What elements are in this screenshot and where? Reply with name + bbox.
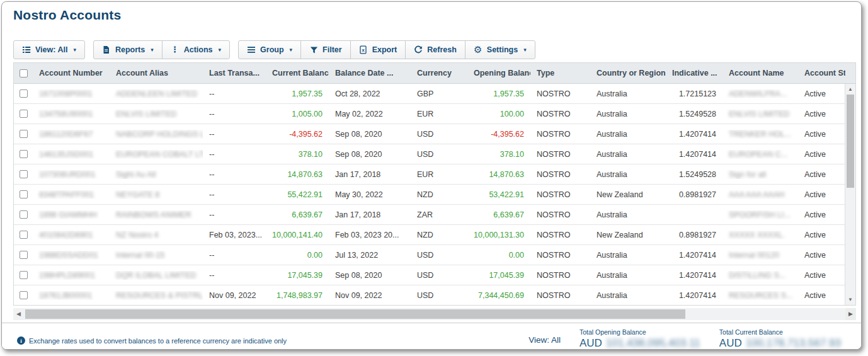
row-checkbox[interactable] <box>20 271 28 279</box>
column-header-account_number[interactable]: Account Number <box>33 69 110 78</box>
horizontal-scroll-thumb[interactable] <box>25 309 685 319</box>
cell-account_alias-redacted: RAINBOWS ANIMER <box>110 210 203 219</box>
cell-indicative_rate: 1.4207414 <box>666 150 722 159</box>
cell-type: NOSTRO <box>530 89 590 98</box>
table-row[interactable]: 198HPLD89001DQR ILOBAL LIMITED--17,045.3… <box>14 265 845 285</box>
cell-status: Active <box>798 291 845 300</box>
cell-balance_date: Oct 28, 2022 <box>329 89 411 98</box>
cell-balance_date: Jan 17, 2018 <box>329 210 411 219</box>
cell-account_number-redacted: 146135JSD001 <box>33 150 110 159</box>
horizontal-scrollbar[interactable]: ◀ ▶ <box>13 308 856 320</box>
row-checkbox[interactable] <box>20 210 28 219</box>
row-checkbox-cell <box>14 150 33 158</box>
column-header-opening_balance[interactable]: Opening Balance <box>467 69 530 78</box>
cell-opening_balance: 0.00 <box>467 251 530 260</box>
total-opening-balance: Total Opening Balance AUD 101,438,095,40… <box>580 328 700 350</box>
cell-indicative_rate: 1.4207414 <box>666 271 722 280</box>
cell-account_alias-redacted: EUROPEAN COBALT LTD <box>110 150 203 159</box>
cell-last_transaction: -- <box>203 210 266 219</box>
cell-indicative_rate: 1.4207414 <box>666 291 722 300</box>
row-checkbox[interactable] <box>20 190 28 198</box>
cell-last_transaction: -- <box>203 89 266 98</box>
cell-current_balance: 378.10 <box>266 150 329 159</box>
row-checkbox[interactable] <box>20 170 28 178</box>
table-row[interactable]: 1988DSSADD01Internal 00-15--0.00Jul 13, … <box>14 245 845 265</box>
column-header-type[interactable]: Type <box>530 69 590 78</box>
vertical-scrollbar[interactable]: ▲ ▼ <box>845 84 855 305</box>
scroll-up-arrow-icon[interactable]: ▲ <box>845 86 855 92</box>
table-body: 1671008P0001ADDENLEEN LIMITED--1,957.35O… <box>14 84 845 305</box>
column-header-last_transaction[interactable]: Last Transa... <box>203 69 266 78</box>
cell-currency: USD <box>411 271 467 280</box>
cell-country: Australia <box>590 251 666 260</box>
column-header-country[interactable]: Country or Region <box>590 69 666 78</box>
row-checkbox[interactable] <box>20 110 28 118</box>
cell-status: Active <box>798 231 845 239</box>
row-checkbox[interactable] <box>20 291 28 299</box>
vertical-scroll-thumb[interactable] <box>847 95 854 188</box>
column-header-current_balance[interactable]: Current Balance <box>266 69 329 78</box>
row-checkbox[interactable] <box>20 150 28 158</box>
column-header-indicative_rate[interactable]: Indicative ... <box>666 69 722 78</box>
cell-country: Australia <box>590 291 666 300</box>
table-row[interactable]: 18761JB00001RESOURCES & PISTRL.Nov 09, 2… <box>14 285 845 305</box>
cell-country: Australia <box>590 170 666 179</box>
cell-account_number-redacted: 198HPLD89001 <box>33 271 110 280</box>
cell-currency: USD <box>411 251 467 260</box>
table-row[interactable]: 4010842D6901NZ Nostro 4Feb 03, 2023...10… <box>14 225 845 245</box>
cell-account_alias-redacted: NEYGATE 8 <box>110 190 203 199</box>
export-button[interactable]: x Export <box>350 40 406 59</box>
row-checkbox[interactable] <box>20 130 28 138</box>
row-checkbox[interactable] <box>20 251 28 259</box>
cell-currency: USD <box>411 291 467 300</box>
column-header-balance_date[interactable]: Balance Date ... <box>329 69 411 78</box>
cell-last_transaction: -- <box>203 170 266 179</box>
cell-currency: USD <box>411 130 467 139</box>
cell-account_alias-redacted: DQR ILOBAL LIMITED <box>110 271 203 280</box>
cell-account_number-redacted: 134758U90001 <box>33 110 110 118</box>
table-row[interactable]: 146135JSD001EUROPEAN COBALT LTD--378.10S… <box>14 144 845 164</box>
table-row[interactable]: 107308URD001Sight Au All--14,870.63Jan 1… <box>14 164 845 185</box>
column-header-status[interactable]: Account Status <box>798 69 845 78</box>
cell-account_name-redacted: SPOORFISH LI... <box>722 210 798 219</box>
group-button[interactable]: Group ▾ <box>238 40 301 59</box>
cell-opening_balance: 1,957.35 <box>467 89 530 98</box>
group-button-label: Group <box>260 45 284 54</box>
cell-last_transaction: Feb 03, 2023... <box>203 231 266 239</box>
horizontal-scroll-track[interactable] <box>24 308 845 320</box>
row-checkbox-cell <box>14 231 33 239</box>
row-checkbox[interactable] <box>20 89 28 98</box>
view-button[interactable]: View: All ▾ <box>13 40 85 59</box>
cell-current_balance: 6,639.67 <box>266 210 329 219</box>
reports-button[interactable]: Reports ▾ <box>93 40 163 59</box>
scroll-right-arrow-icon[interactable]: ▶ <box>845 308 856 320</box>
settings-button[interactable]: ⚙ Settings ▾ <box>465 40 535 59</box>
filter-button[interactable]: Filter <box>300 40 351 59</box>
svg-text:x: x <box>362 47 365 53</box>
cell-account_name-redacted: ADENWILFRA... <box>722 89 798 98</box>
actions-button[interactable]: ⋮ Actions ▾ <box>162 40 230 59</box>
column-header-account_name[interactable]: Account Name <box>722 69 798 78</box>
table-row[interactable]: 8348TPAFF001NEYGATE 8--55,422.91May 30, … <box>14 185 845 205</box>
scroll-left-arrow-icon[interactable]: ◀ <box>13 308 24 320</box>
column-header-currency[interactable]: Currency <box>411 69 467 78</box>
cell-type: NOSTRO <box>530 170 590 179</box>
cell-status: Active <box>798 251 845 260</box>
cell-indicative_rate: 1.4207414 <box>666 251 722 260</box>
row-checkbox[interactable] <box>20 231 28 239</box>
scroll-down-arrow-icon[interactable]: ▼ <box>845 297 855 302</box>
cell-status: Active <box>798 130 845 139</box>
cell-account_alias-redacted: NZ Nostro 4 <box>110 231 203 239</box>
refresh-button[interactable]: Refresh <box>405 40 465 59</box>
group-list-icon <box>247 45 256 54</box>
cell-indicative_rate: 1.7215123 <box>666 89 722 98</box>
table-row[interactable]: 1861120D6F67NABCORP HOLDINGS L...---4,39… <box>14 124 845 144</box>
cell-current_balance: 1,005.00 <box>266 110 329 118</box>
table-row[interactable]: 1671008P0001ADDENLEEN LIMITED--1,957.35O… <box>14 84 845 104</box>
select-all-checkbox[interactable] <box>20 69 28 78</box>
table-row[interactable]: 134758U90001ENLVIS LIMITED--1,005.00May … <box>14 104 845 124</box>
column-header-account_alias[interactable]: Account Alias <box>110 69 203 78</box>
cell-indicative_rate: 1.5249528 <box>666 110 722 118</box>
row-checkbox-cell <box>14 291 33 299</box>
table-row[interactable]: 1898 GIAMMHHRAINBOWS ANIMER--6,639.67Jan… <box>14 205 845 225</box>
